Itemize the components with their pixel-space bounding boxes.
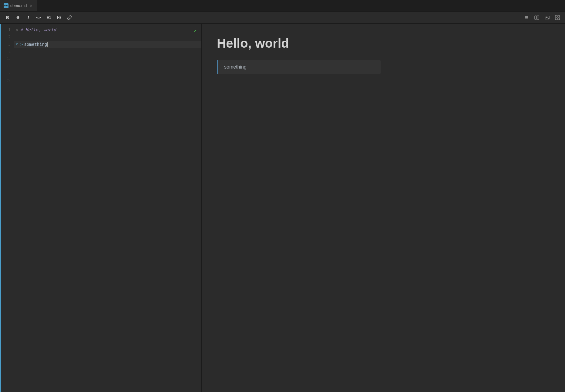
- tab-file-icon: MD: [4, 3, 8, 8]
- svg-rect-10: [558, 18, 560, 20]
- h1-button[interactable]: H1: [44, 13, 53, 22]
- editor-quote-text: something: [24, 41, 47, 48]
- italic-button[interactable]: I: [24, 13, 33, 22]
- line-number-3: 3: [0, 41, 11, 48]
- editor-line-1: ⊟ # Hello, world ✓: [14, 26, 201, 33]
- editor-pane[interactable]: 1 2 3 2 1, :1 2 7/ ⊟ # Hello, world ✓: [0, 24, 202, 392]
- strikethrough-button[interactable]: S: [13, 13, 22, 22]
- heading-syntax: # Hello, world: [20, 26, 56, 33]
- link-icon: [67, 15, 72, 20]
- line-number-4: 2: [0, 48, 11, 55]
- code-area[interactable]: ⊟ # Hello, world ✓ ⊟ > something: [14, 25, 201, 392]
- toolbar-right: [522, 13, 562, 22]
- list-view-button[interactable]: [522, 13, 531, 22]
- h2-button[interactable]: H2: [55, 13, 64, 22]
- tab-filename: demo.md: [10, 3, 27, 8]
- preview-heading: Hello, world: [217, 36, 550, 51]
- quote-arrow: >: [20, 41, 23, 48]
- editor-line-2: [14, 33, 201, 41]
- link-button[interactable]: [65, 13, 74, 22]
- image-icon: [545, 15, 550, 20]
- code-button[interactable]: <>: [34, 13, 43, 22]
- tab-demo-md[interactable]: MD demo.md ×: [0, 0, 37, 11]
- line-number-5: 1,: [0, 55, 11, 63]
- line-number-7: 2: [0, 70, 11, 77]
- bold-button[interactable]: B: [3, 13, 12, 22]
- line-number-6: :1: [0, 63, 11, 70]
- svg-rect-7: [555, 15, 557, 17]
- main-content: 1 2 3 2 1, :1 2 7/ ⊟ # Hello, world ✓: [0, 24, 565, 392]
- preview-blockquote-text: something: [224, 64, 247, 69]
- toolbar: B S I <> H1 H2: [0, 12, 565, 24]
- split-view-button[interactable]: [532, 13, 541, 22]
- preview-pane: Hello, world something: [202, 24, 565, 392]
- editor-content: 1 2 3 2 1, :1 2 7/ ⊟ # Hello, world ✓: [0, 24, 201, 392]
- list-icon: [524, 15, 529, 20]
- preview-blockquote: something: [217, 60, 381, 74]
- strikethrough-icon: S: [17, 15, 19, 20]
- image-button[interactable]: [543, 13, 552, 22]
- svg-rect-9: [555, 18, 557, 20]
- text-cursor: [47, 42, 48, 47]
- split-icon: [534, 15, 539, 20]
- line-number-8: 7/: [0, 77, 11, 84]
- svg-rect-3: [535, 16, 536, 19]
- left-indicator: [0, 24, 1, 392]
- fold-icon-1[interactable]: ⊟: [15, 27, 20, 32]
- tab-close-button[interactable]: ×: [29, 3, 33, 8]
- line-number-1: 1: [0, 26, 11, 33]
- tab-bar: MD demo.md ×: [0, 0, 565, 12]
- chart-icon: [555, 15, 560, 20]
- chart-button[interactable]: [553, 13, 562, 22]
- line-number-2: 2: [0, 33, 11, 41]
- line-numbers: 1 2 3 2 1, :1 2 7/: [0, 25, 14, 392]
- toolbar-left: B S I <> H1 H2: [3, 13, 521, 22]
- quote-fold-icon[interactable]: ⊟: [15, 42, 20, 47]
- svg-rect-8: [558, 15, 560, 17]
- editor-line-3: ⊟ > something: [14, 41, 201, 48]
- svg-rect-4: [537, 16, 539, 19]
